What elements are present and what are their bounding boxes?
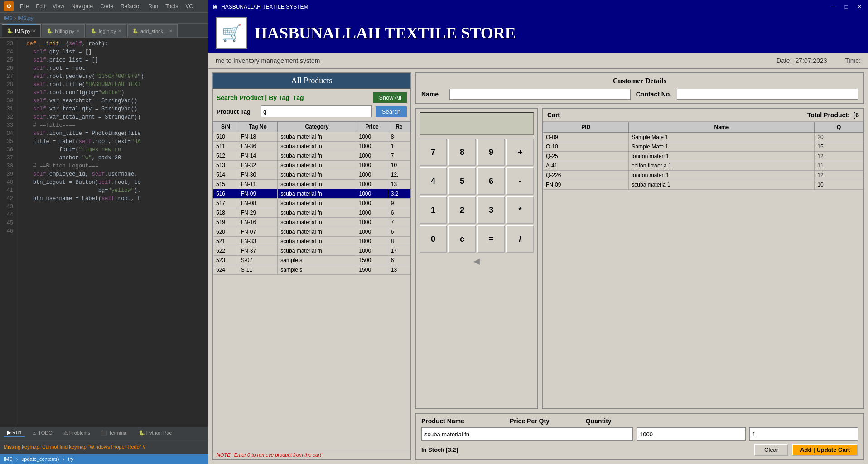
menu-refactor[interactable]: Refactor bbox=[118, 2, 144, 10]
bottom-tab-problems[interactable]: ⚠ Problems bbox=[60, 429, 94, 437]
numpad-4[interactable]: 4 bbox=[420, 167, 447, 195]
table-row[interactable]: 521 FN-33 scuba material fn 1000 8 bbox=[213, 237, 410, 246]
product-tag-input[interactable] bbox=[261, 105, 372, 117]
numpad-1[interactable]: 1 bbox=[420, 196, 447, 224]
scroll-indicator: ◀ bbox=[420, 256, 534, 266]
ide-tab-ims[interactable]: 🐍 IMS.py ✕ bbox=[2, 24, 41, 37]
menu-tools[interactable]: Tools bbox=[163, 2, 181, 10]
table-row[interactable]: 517 FN-08 scuba material fn 1000 9 bbox=[213, 199, 410, 208]
numpad-6[interactable]: 6 bbox=[477, 167, 505, 195]
numpad-multiply[interactable]: * bbox=[506, 196, 534, 224]
table-row[interactable]: 514 FN-30 scuba material fn 1000 12. bbox=[213, 170, 410, 180]
menu-view[interactable]: View bbox=[50, 2, 67, 10]
table-row[interactable]: 522 FN-37 scuba material fn 1000 17 bbox=[213, 246, 410, 256]
table-row[interactable]: 516 FN-09 scuba material fn 1000 3.2 bbox=[213, 189, 410, 199]
ide-tab-addstock[interactable]: 🐍 add_stock... ✕ bbox=[127, 24, 178, 37]
cart-cell-qty: 11 bbox=[815, 161, 863, 171]
maximize-btn[interactable]: □ bbox=[842, 4, 851, 10]
menu-edit[interactable]: Edit bbox=[33, 2, 48, 10]
cell-tag: FN-08 bbox=[238, 199, 278, 208]
table-row[interactable]: 510 FN-18 scuba material fn 1000 8 bbox=[213, 132, 410, 142]
add-update-button[interactable]: Add | Update Cart bbox=[792, 444, 858, 456]
search-product-label: Search Product | By Tag Tag bbox=[217, 94, 304, 101]
numpad-minus[interactable]: - bbox=[506, 167, 534, 195]
date-display: Date: 27:07:2023 bbox=[776, 57, 827, 64]
py-icon-login: 🐍 bbox=[91, 28, 97, 34]
cart-row[interactable]: Q-25 london materi 1 12 bbox=[543, 152, 863, 161]
table-row[interactable]: 519 FN-16 scuba material fn 1000 7 bbox=[213, 218, 410, 227]
show-all-button[interactable]: Show All bbox=[373, 92, 407, 103]
table-row[interactable]: 512 FN-14 scuba material fn 1000 7 bbox=[213, 151, 410, 161]
numpad-9[interactable]: 9 bbox=[477, 139, 505, 166]
quantity-field[interactable] bbox=[749, 427, 858, 441]
products-table-container[interactable]: S/N Tag No Category Price Re 510 FN-18 s… bbox=[213, 121, 410, 450]
menu-file[interactable]: File bbox=[17, 2, 31, 10]
time-label: Time: bbox=[845, 57, 861, 64]
cart-row[interactable]: O-10 Sample Mate 1 15 bbox=[543, 142, 863, 152]
product-name-field[interactable] bbox=[421, 427, 633, 441]
close-ims[interactable]: ✕ bbox=[32, 29, 36, 33]
bottom-tab-python[interactable]: 🐍 Python Pac bbox=[135, 429, 175, 437]
numpad-0[interactable]: 0 bbox=[420, 225, 447, 253]
table-row[interactable]: 511 FN-36 scuba material fn 1000 1 bbox=[213, 142, 410, 151]
cart-row[interactable]: FN-09 scuba materia 1 10 bbox=[543, 180, 863, 190]
search-button[interactable]: Search bbox=[376, 106, 407, 117]
cart-row[interactable]: O-09 Sample Mate 1 20 bbox=[543, 133, 863, 142]
products-panel: All Products Search Product | By Tag Tag… bbox=[212, 72, 411, 460]
cell-price: 1000 bbox=[356, 132, 388, 142]
table-row[interactable]: 515 FN-11 scuba material fn 1000 13 bbox=[213, 180, 410, 189]
customer-details: Customer Details Name Contact No. bbox=[415, 72, 864, 104]
minimize-btn[interactable]: ─ bbox=[829, 4, 839, 10]
breadcrumb-file[interactable]: IMS.py bbox=[18, 15, 33, 21]
ide-tab-billing[interactable]: 🐍 billing.py ✕ bbox=[42, 24, 85, 37]
numpad-8[interactable]: 8 bbox=[448, 139, 476, 166]
products-header: All Products bbox=[213, 73, 410, 89]
customer-name-input[interactable] bbox=[449, 89, 631, 100]
bottom-tab-todo[interactable]: ☑ TODO bbox=[29, 429, 56, 437]
numpad-equals[interactable]: = bbox=[477, 225, 505, 253]
numpad-plus[interactable]: + bbox=[506, 139, 534, 166]
table-row[interactable]: 524 S-11 sample s 1500 13 bbox=[213, 265, 410, 275]
cell-re: 8 bbox=[388, 237, 410, 246]
close-addstock[interactable]: ✕ bbox=[169, 29, 173, 33]
numpad-2[interactable]: 2 bbox=[448, 196, 476, 224]
search-section: Search Product | By Tag Tag Show All Pro… bbox=[213, 89, 410, 121]
customer-contact-input[interactable] bbox=[677, 89, 858, 100]
numpad-divide[interactable]: / bbox=[506, 225, 534, 253]
table-row[interactable]: 513 FN-32 scuba material fn 1000 10 bbox=[213, 161, 410, 170]
breadcrumb-ims[interactable]: IMS bbox=[4, 15, 13, 21]
cell-price: 1500 bbox=[356, 265, 388, 275]
price-per-qty-label: Price Per Qty bbox=[510, 417, 550, 425]
close-billing[interactable]: ✕ bbox=[76, 29, 80, 33]
cart-row[interactable]: Q-226 london materi 1 12 bbox=[543, 171, 863, 180]
price-per-qty-field[interactable] bbox=[637, 427, 746, 441]
ide-tab-login[interactable]: 🐍 login.py ✕ bbox=[86, 24, 126, 37]
menu-navigate[interactable]: Navigate bbox=[69, 2, 96, 10]
tab-label-login: login.py bbox=[99, 29, 116, 34]
code-content[interactable]: def __init__(self, root): self.qty_list … bbox=[16, 38, 208, 427]
menu-code[interactable]: Code bbox=[97, 2, 116, 10]
menu-vc[interactable]: VC bbox=[183, 2, 196, 10]
numpad-5[interactable]: 5 bbox=[448, 167, 476, 195]
close-btn[interactable]: ✕ bbox=[854, 4, 864, 10]
close-login[interactable]: ✕ bbox=[118, 29, 121, 33]
tag-label: Tag bbox=[293, 94, 304, 101]
bottom-tab-run[interactable]: ▶ Run bbox=[4, 429, 25, 437]
table-row[interactable]: 523 S-07 sample s 1500 6 bbox=[213, 256, 410, 265]
cart-table-container[interactable]: PID Name Q O-09 Sample Mate 1 20 O-10 Sa… bbox=[543, 122, 863, 408]
numpad-c[interactable]: c bbox=[448, 225, 476, 253]
bottom-tab-terminal[interactable]: ⬛ Terminal bbox=[97, 429, 131, 437]
clear-button[interactable]: Clear bbox=[754, 444, 788, 456]
cart-cell-pid: O-10 bbox=[543, 142, 629, 152]
menu-run[interactable]: Run bbox=[145, 2, 161, 10]
ide-status-message: Missing keymap: Cannot find keymap "Wind… bbox=[0, 439, 208, 454]
cell-category: scuba material fn bbox=[278, 246, 356, 256]
cell-price: 1000 bbox=[356, 180, 388, 189]
cart-row[interactable]: A-41 chifon flower a 1 11 bbox=[543, 161, 863, 171]
numpad-7[interactable]: 7 bbox=[420, 139, 447, 166]
numpad-3[interactable]: 3 bbox=[477, 196, 505, 224]
table-row[interactable]: 520 FN-07 scuba material fn 1000 6 bbox=[213, 227, 410, 237]
cart-cell-qty: 15 bbox=[815, 142, 863, 152]
table-row[interactable]: 518 FN-29 scuba material fn 1000 6 bbox=[213, 208, 410, 218]
cart-col-qty: Q bbox=[815, 122, 863, 133]
